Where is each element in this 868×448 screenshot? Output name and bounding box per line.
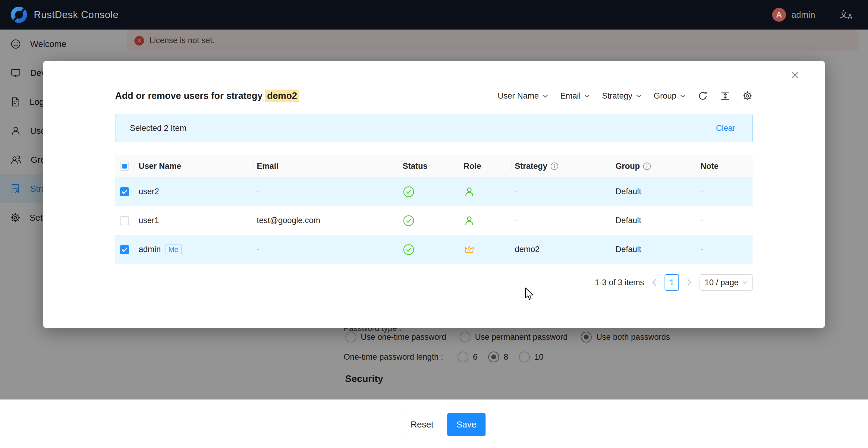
info-circle-icon[interactable] [643,162,651,170]
cell-strategy: - [511,206,612,235]
chevron-down-icon [542,94,548,98]
admin-name: admin [138,245,161,254]
filter-label: Group [654,91,676,101]
filter-label: Email [560,91,581,101]
col-group-label: Group [615,161,640,171]
clear-selection-link[interactable]: Clear [716,124,735,133]
save-footer: Reset Save [0,399,868,448]
rustdesk-logo-icon [11,7,27,23]
cell-email: test@google.com [253,206,399,235]
chevron-down-icon [742,281,747,284]
selection-count-text: Selected 2 Item [130,124,187,133]
filter-group-dropdown[interactable]: Group [654,91,686,101]
selection-bar: Selected 2 Item Clear [115,114,752,142]
cell-user-name: admin Me [135,235,253,264]
cell-strategy: demo2 [511,235,612,264]
app-title: RustDesk Console [34,9,119,21]
cell-note: - [697,235,752,264]
page-size-select[interactable]: 10 / page [700,274,752,291]
col-strategy[interactable]: Strategy [511,155,612,177]
cell-user-name: user2 [135,177,253,206]
modal-title-text: Add or remove users for strategy [115,90,262,101]
header-right: A admin 文A [772,8,852,22]
prev-page-icon[interactable] [651,278,657,287]
role-user-icon [460,206,511,235]
col-role[interactable]: Role [460,155,511,177]
filter-username-dropdown[interactable]: User Name [498,91,548,101]
row-checkbox[interactable] [120,245,129,254]
table-row-admin[interactable]: admin Me - demo2 Default - [115,235,752,264]
reset-button[interactable]: Reset [403,413,441,436]
cell-group: Default [612,235,697,264]
cell-user-name: user1 [135,206,253,235]
page-size-value: 10 / page [705,278,739,287]
strategy-name-highlight: demo2 [265,90,299,102]
chevron-down-icon [680,94,686,98]
table-header-row: User Name Email Status Role Strategy Gro… [115,155,752,177]
col-status[interactable]: Status [399,155,460,177]
select-all-checkbox[interactable] [120,161,129,171]
row-checkbox[interactable] [120,216,129,225]
pagination: 1-3 of 3 items 1 10 / page [595,274,752,291]
users-table: User Name Email Status Role Strategy Gro… [115,155,752,264]
refresh-icon[interactable] [698,91,708,101]
column-height-icon[interactable] [720,91,730,101]
app-header: RustDesk Console A admin 文A [0,0,868,30]
modal-title: Add or remove users for strategy demo2 [115,90,299,101]
col-user-name[interactable]: User Name [135,155,253,177]
col-email[interactable]: Email [253,155,399,177]
modal-toolbar: User Name Email Strategy Group [498,91,752,101]
cell-email: - [253,177,399,206]
status-active-icon [399,235,460,264]
filter-email-dropdown[interactable]: Email [560,91,590,101]
col-note[interactable]: Note [697,155,752,177]
language-icon[interactable]: 文A [839,10,852,20]
column-settings-gear-icon[interactable] [742,91,752,101]
header-username[interactable]: admin [792,10,815,20]
table-row-user1[interactable]: user1 test@google.com - Default - [115,206,752,235]
row-checkbox[interactable] [120,187,129,196]
chevron-down-icon [584,94,590,98]
col-group[interactable]: Group [612,155,697,177]
status-active-icon [399,177,460,206]
cell-note: - [697,206,752,235]
role-user-icon [460,177,511,206]
page-number-1[interactable]: 1 [664,274,679,291]
col-strategy-label: Strategy [515,161,547,171]
user-avatar[interactable]: A [772,8,786,22]
cell-group: Default [612,206,697,235]
next-page-icon[interactable] [686,278,692,287]
close-icon[interactable]: ✕ [790,70,800,81]
filter-label: User Name [498,91,539,101]
cell-strategy: - [511,177,612,206]
filter-label: Strategy [602,91,632,101]
status-active-icon [399,206,460,235]
save-button[interactable]: Save [447,413,486,436]
cell-email: - [253,235,399,264]
cell-group: Default [612,177,697,206]
filter-strategy-dropdown[interactable]: Strategy [602,91,642,101]
pagination-total: 1-3 of 3 items [595,278,644,287]
add-remove-users-modal: ✕ Add or remove users for strategy demo2… [43,61,825,328]
me-badge: Me [165,244,182,255]
role-admin-crown-icon [460,235,511,264]
table-row-user2[interactable]: user2 - - Default - [115,177,752,206]
modal-header-row: Add or remove users for strategy demo2 U… [115,87,752,105]
cell-note: - [697,177,752,206]
chevron-down-icon [636,94,642,98]
info-circle-icon[interactable] [550,162,558,170]
page: RustDesk Console A admin 文A Welcome Devi… [0,0,868,448]
